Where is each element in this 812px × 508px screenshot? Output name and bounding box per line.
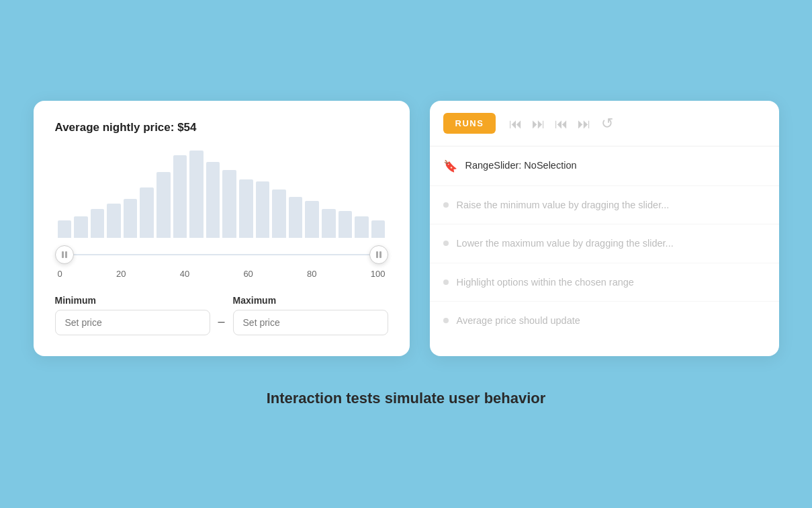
bar-19 [371, 220, 386, 238]
bar-16 [322, 209, 336, 238]
bar-10 [222, 170, 236, 238]
pause-bar-4 [379, 251, 381, 258]
slider-thumb-left[interactable] [55, 245, 74, 264]
bar-6 [156, 172, 171, 238]
main-test-item: 🔖 RangeSlider: NoSelection [430, 146, 779, 186]
refresh-icon[interactable]: ↺ [599, 116, 615, 132]
axis-label-40: 40 [180, 269, 189, 279]
chart-bars [55, 151, 388, 238]
bar-1 [74, 216, 88, 238]
bookmark-icon: 🔖 [443, 160, 457, 173]
main-content: Average nightly price: $54 [34, 101, 779, 356]
slider-thumb-right[interactable] [369, 245, 388, 264]
test-item-4: Average price should update [430, 302, 779, 339]
min-label: Minimum [55, 295, 210, 306]
right-card: RUNS ⏮ ⏭ ⏮ ⏭ ↺ 🔖 RangeSlider: NoSelecti [430, 101, 779, 356]
axis-labels: 0 20 40 60 80 100 [55, 269, 388, 279]
axis-label-20: 20 [116, 269, 126, 279]
max-label: Maximum [233, 295, 388, 306]
bottom-label: Interaction tests simulate user behavior [267, 390, 546, 407]
toolbar-icons: ⏮ ⏭ ⏮ ⏭ ↺ [508, 116, 615, 132]
left-card: Average nightly price: $54 [34, 101, 410, 356]
bullet-dot-4 [443, 318, 449, 323]
bar-13 [272, 189, 286, 238]
bar-7 [173, 155, 187, 238]
price-title: Average nightly price: $54 [55, 121, 388, 134]
axis-label-100: 100 [371, 269, 386, 279]
bar-15 [305, 201, 319, 238]
bar-5 [140, 187, 154, 238]
slider-track-line [55, 254, 388, 255]
test-list: 🔖 RangeSlider: NoSelection Raise the min… [430, 146, 779, 339]
axis-label-0: 0 [58, 269, 62, 279]
price-title-text: Average nightly price: [55, 121, 178, 134]
bookmark-icon-container: 🔖 [443, 159, 457, 173]
pause-bar-1 [62, 251, 64, 258]
bar-3 [107, 204, 121, 238]
dash-separator: – [218, 314, 225, 335]
test-text-4: Average price should update [457, 314, 580, 327]
bar-4 [124, 199, 138, 238]
pause-bar-2 [65, 251, 67, 258]
pause-icon-left [62, 251, 67, 258]
bullet-dot-1 [443, 202, 449, 208]
test-item-1: Raise the minimum value by dragging the … [430, 186, 779, 224]
runs-toolbar: RUNS ⏮ ⏭ ⏮ ⏭ ↺ [430, 101, 779, 146]
test-text-1: Raise the minimum value by dragging the … [457, 198, 670, 212]
inputs-row: Minimum – Maximum [55, 295, 388, 335]
bar-8 [189, 151, 204, 238]
bar-0 [58, 220, 72, 238]
test-text-2: Lower the maximum value by dragging the … [457, 237, 674, 250]
main-test-label: RangeSlider: NoSelection [465, 159, 577, 172]
price-value: $54 [177, 121, 196, 134]
max-price-input[interactable] [233, 310, 388, 335]
axis-label-80: 80 [307, 269, 316, 279]
max-input-group: Maximum [233, 295, 388, 335]
pause-bar-3 [376, 251, 378, 258]
axis-label-60: 60 [243, 269, 253, 279]
pause-icon-right [376, 251, 381, 258]
bar-11 [239, 179, 253, 238]
bar-17 [339, 211, 353, 238]
min-input-group: Minimum [55, 295, 210, 335]
bullet-dot-3 [443, 280, 449, 285]
bullet-dot-2 [443, 241, 449, 246]
runs-button[interactable]: RUNS [443, 113, 496, 134]
previous-icon[interactable]: ⏭ [531, 116, 547, 132]
test-item-3: Highlight options within the chosen rang… [430, 263, 779, 302]
skip-to-end-icon[interactable]: ⏭ [576, 116, 592, 132]
bar-12 [256, 181, 270, 238]
bar-18 [355, 216, 369, 238]
next-icon[interactable]: ⏮ [553, 116, 570, 132]
bar-9 [206, 162, 220, 238]
bar-2 [91, 209, 105, 238]
slider-track[interactable] [55, 245, 388, 265]
min-price-input[interactable] [55, 310, 210, 335]
chart-container [55, 151, 388, 245]
test-item-2: Lower the maximum value by dragging the … [430, 224, 779, 263]
bar-14 [289, 197, 303, 238]
skip-to-start-icon[interactable]: ⏮ [508, 116, 524, 132]
test-text-3: Highlight options within the chosen rang… [457, 276, 634, 289]
